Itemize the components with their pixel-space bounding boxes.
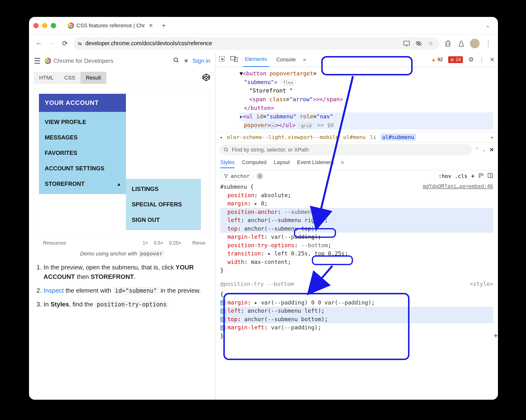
tab-console[interactable]: Console [274, 53, 298, 67]
styles-filter-row: anchor ✕ :hov .cls + [215, 170, 498, 182]
forward-button[interactable]: → [47, 39, 56, 48]
more-tabs-icon[interactable]: » [303, 57, 306, 63]
search-icon[interactable] [173, 57, 179, 65]
scale-025x[interactable]: 0.25× [169, 240, 181, 246]
search-input[interactable]: Find by string, selector, or XPath [219, 144, 472, 155]
labs-icon[interactable] [457, 39, 465, 48]
scale-1x[interactable]: 1× [143, 240, 148, 246]
search-close-icon[interactable]: ✕ [489, 146, 494, 153]
chrome-logo-icon [45, 58, 51, 64]
cast-icon[interactable] [402, 39, 411, 48]
paint-icon[interactable] [478, 172, 484, 180]
menu-your-account[interactable]: YOUR ACCOUNT [39, 94, 126, 112]
add-style-icon[interactable]: + [494, 330, 498, 341]
filter-clear-icon[interactable]: ✕ [257, 173, 263, 179]
menu-item-messages[interactable]: MESSAGES [39, 130, 126, 145]
close-tab-button[interactable]: ✕ [149, 22, 153, 29]
profile-avatar[interactable] [470, 39, 480, 48]
tab-styles[interactable]: Styles [220, 159, 235, 168]
theme-toggle-icon[interactable]: ☀ [183, 57, 189, 65]
rerun-button[interactable]: Rerun [192, 240, 205, 246]
reload-button[interactable]: ⟳ [61, 39, 69, 48]
menu-item-storefront[interactable]: STOREFRONT▴ [39, 176, 126, 192]
device-toggle-icon[interactable] [230, 56, 238, 63]
site-info-icon[interactable]: ⇆ [78, 40, 82, 46]
extensions-icon[interactable] [444, 39, 453, 48]
maximize-window-button[interactable] [51, 23, 56, 28]
eye-off-icon[interactable] [414, 39, 423, 48]
filter-icon [224, 174, 228, 178]
position-try-header: @position-try --bottom [220, 280, 493, 288]
submenu-listings[interactable]: LISTINGS [126, 181, 201, 197]
style-source-link[interactable]: <style> [470, 280, 493, 288]
menu-item-favorites[interactable]: FAVORITES [39, 145, 126, 161]
svg-line-4 [177, 61, 178, 62]
filter-input[interactable]: anchor [220, 172, 253, 180]
css-declaration[interactable]: position-anchor: --submenu; [220, 208, 493, 216]
css-declaration[interactable]: left: anchor(--submenu right); [220, 216, 493, 224]
breadcrumb-prev-icon[interactable]: ◂ [219, 134, 223, 140]
submenu-special-offers[interactable]: SPECIAL OFFERS [126, 197, 201, 212]
css-declaration[interactable]: position: absolute; [220, 191, 493, 200]
cls-toggle[interactable]: .cls [455, 173, 467, 179]
more-styles-tabs-icon[interactable]: » [341, 159, 344, 168]
url-bar[interactable]: ⇆ developer.chrome.com/docs/devtools/css… [73, 37, 439, 50]
svg-rect-0 [404, 41, 409, 45]
dom-tree[interactable]: ▼<button popovertarget= "submenu"> flex … [215, 67, 498, 132]
search-next-icon[interactable]: ⌄ [482, 147, 486, 153]
browser-tab[interactable]: CSS features reference | Chr ✕ [63, 20, 157, 31]
warnings-badge[interactable]: ▲92 [431, 57, 443, 62]
menu-button[interactable]: ⋮ [484, 39, 493, 48]
tab-layout[interactable]: Layout [274, 159, 290, 168]
breadcrumb-next-icon[interactable]: ▸ [491, 134, 494, 140]
tab-elements[interactable]: Elements [243, 52, 269, 67]
css-declaration[interactable]: width: max-content; [220, 258, 493, 266]
doc-step-2: Inspect the element with id="submenu" in… [43, 286, 208, 295]
tabs-chevron-icon[interactable]: ⌄ [482, 20, 494, 31]
browser-toolbar: ← → ⟳ ⇆ developer.chrome.com/docs/devtoo… [29, 34, 498, 52]
preview-footer: Resources 1× 0.5× 0.25× Rerun [34, 238, 210, 248]
inspect-tool-icon[interactable] [219, 56, 225, 64]
css-declaration[interactable]: position-try-options: --bottom; [220, 241, 493, 250]
tab-event-listeners[interactable]: Event Listeners [297, 159, 334, 168]
svg-point-15 [224, 148, 227, 151]
source-link[interactable]: mdYdpOM?ani…pe=embed:46 [423, 183, 493, 190]
figure-caption: Demo using anchor with popover [29, 250, 215, 257]
chrome-favicon-icon [68, 22, 74, 29]
settings-icon[interactable]: ⚙ [468, 56, 474, 63]
css-declaration[interactable]: margin-left: var(--padding); [220, 233, 493, 241]
window-titlebar: CSS features reference | Chr ✕ + ⌄ [29, 17, 498, 34]
menu-item-account-settings[interactable]: ACCOUNT SETTINGS [39, 161, 126, 176]
star-icon[interactable]: ☆ [426, 39, 435, 48]
search-prev-icon[interactable]: ⌃ [475, 147, 479, 153]
back-button[interactable]: ← [34, 39, 43, 48]
tab-html[interactable]: HTML [34, 72, 59, 84]
submenu-sign-out[interactable]: SIGN OUT [126, 212, 201, 228]
resources-link[interactable]: Resources [43, 240, 66, 246]
add-rule-icon[interactable]: + [471, 172, 475, 180]
errors-badge[interactable]: ⊘24 [448, 56, 463, 63]
inspect-link[interactable]: Inspect [43, 287, 64, 294]
close-window-button[interactable] [33, 23, 39, 28]
new-tab-button[interactable]: + [162, 22, 166, 30]
scale-05x[interactable]: 0.5× [154, 240, 163, 246]
tab-result[interactable]: Result [81, 72, 106, 84]
css-declaration[interactable]: margin: ▸ 0; [220, 199, 493, 208]
css-declaration[interactable]: top: anchor(--submenu top); [220, 224, 493, 233]
close-devtools-icon[interactable]: ✕ [490, 56, 495, 63]
hov-toggle[interactable]: :hov [438, 173, 451, 179]
tab-computed[interactable]: Computed [242, 159, 267, 168]
css-declaration[interactable]: transition: ▸ left 0.25s, top 0.25s; [220, 249, 493, 258]
codepen-icon[interactable] [202, 73, 210, 82]
hamburger-menu-button[interactable]: ☰ [34, 56, 41, 66]
signin-link[interactable]: Sign in [193, 58, 210, 64]
tab-css[interactable]: CSS [59, 72, 81, 84]
tab-title: CSS features reference | Chr [76, 22, 145, 29]
code-tabs: HTML CSS Result [29, 72, 215, 84]
kebab-icon[interactable]: ⋮ [479, 57, 485, 63]
site-brand[interactable]: Chrome for Developers [45, 58, 113, 64]
menu-item-view-profile[interactable]: VIEW PROFILE [39, 114, 126, 130]
dom-breadcrumb[interactable]: ◂ olor-scheme--light.viewport--mobile ul… [215, 132, 498, 142]
layout-pane-icon[interactable] [487, 172, 493, 180]
minimize-window-button[interactable] [42, 23, 47, 28]
